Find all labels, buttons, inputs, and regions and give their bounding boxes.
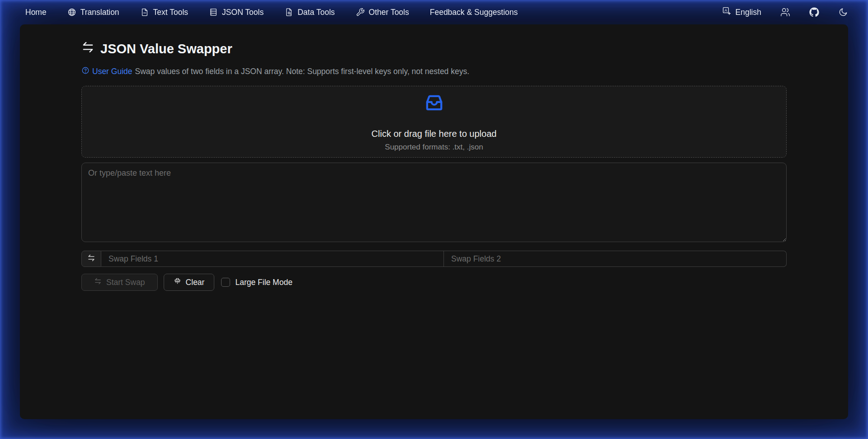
tool-description: Swap values of two fields in a JSON arra… — [135, 67, 470, 76]
nav-item-data-tools[interactable]: Data Tools — [284, 8, 335, 17]
start-swap-button[interactable]: Start Swap — [81, 274, 158, 291]
top-nav: Home Translation Text Tools JSON Tools D… — [0, 0, 868, 24]
clear-button[interactable]: Clear — [164, 274, 215, 291]
nav-text-tools-label: Text Tools — [153, 8, 189, 17]
nav-item-home[interactable]: Home — [25, 8, 47, 17]
nav-home-label: Home — [25, 8, 47, 17]
wrench-icon — [356, 8, 365, 17]
nav-right-cluster: A English — [722, 6, 848, 18]
moon-icon — [838, 7, 848, 17]
users-button[interactable] — [780, 7, 790, 17]
nav-menu: Home Translation Text Tools JSON Tools D… — [25, 8, 722, 17]
nav-item-feedback[interactable]: Feedback & Suggestions — [430, 8, 518, 17]
file-search-icon — [284, 8, 293, 17]
nav-item-translation[interactable]: Translation — [67, 8, 119, 17]
file-text-icon — [140, 8, 149, 17]
paste-textarea[interactable] — [81, 163, 787, 242]
globe-icon — [67, 8, 76, 17]
nav-data-tools-label: Data Tools — [297, 8, 335, 17]
svg-text:A: A — [724, 8, 727, 13]
nav-other-tools-label: Other Tools — [369, 8, 409, 17]
clear-label: Clear — [186, 278, 205, 287]
swap-field-2-input[interactable] — [444, 251, 787, 267]
page-title-text: JSON Value Swapper — [100, 42, 232, 56]
swap-fields-addon — [81, 251, 101, 267]
swap-icon — [87, 254, 95, 264]
theme-toggle-button[interactable] — [838, 7, 848, 17]
nav-item-other-tools[interactable]: Other Tools — [356, 8, 409, 17]
main-card: JSON Value Swapper User Guide Swap value… — [20, 24, 848, 419]
user-guide-label: User Guide — [92, 67, 132, 76]
file-dropzone[interactable]: Click or drag file here to upload Suppor… — [81, 86, 787, 158]
github-icon — [809, 7, 819, 17]
large-file-mode-checkbox[interactable] — [221, 278, 230, 287]
language-switcher[interactable]: A English — [722, 6, 761, 18]
dropzone-main-text: Click or drag file here to upload — [372, 129, 497, 139]
swap-fields-row — [81, 251, 787, 267]
inbox-icon — [424, 92, 445, 115]
swap-icon — [81, 41, 94, 57]
nav-translation-label: Translation — [80, 8, 119, 17]
large-file-mode-option[interactable]: Large File Mode — [221, 278, 292, 287]
guide-row: User Guide Swap values of two fields in … — [81, 66, 787, 77]
question-circle-icon — [81, 66, 90, 77]
user-guide-link[interactable]: User Guide — [81, 66, 132, 77]
nav-json-tools-label: JSON Tools — [222, 8, 264, 17]
page-title: JSON Value Swapper — [81, 41, 787, 57]
nav-item-json-tools[interactable]: JSON Tools — [209, 8, 264, 17]
large-file-mode-label: Large File Mode — [235, 278, 292, 287]
dropzone-hint-text: Supported formats: .txt, .json — [385, 143, 483, 152]
actions-row: Start Swap Clear Large File Mode — [81, 274, 787, 291]
clear-brush-icon — [174, 277, 181, 287]
nav-feedback-label: Feedback & Suggestions — [430, 8, 518, 17]
language-label: English — [736, 8, 761, 17]
github-button[interactable] — [809, 7, 819, 17]
users-icon — [780, 7, 790, 17]
swap-icon — [94, 277, 102, 287]
swap-field-1-input[interactable] — [101, 251, 443, 267]
translate-icon: A — [722, 6, 731, 18]
server-icon — [209, 8, 218, 17]
tool-content: JSON Value Swapper User Guide Swap value… — [81, 24, 787, 291]
nav-item-text-tools[interactable]: Text Tools — [140, 8, 189, 17]
start-swap-label: Start Swap — [106, 278, 145, 287]
